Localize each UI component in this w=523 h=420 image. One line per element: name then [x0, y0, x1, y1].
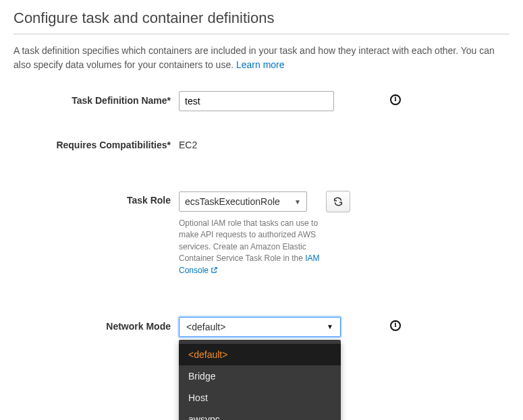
external-link-icon [211, 266, 218, 275]
task-role-helper-text-body: Optional IAM role that tasks can use to … [179, 218, 318, 263]
info-icon[interactable] [390, 94, 401, 105]
network-mode-selected-value: <default> [186, 322, 225, 332]
task-definition-name-label: Task Definition Name* [13, 91, 179, 106]
network-mode-select[interactable]: <default> ▼ [179, 317, 341, 337]
network-mode-option-bridge[interactable]: Bridge [179, 365, 341, 387]
task-role-helper-text: Optional IAM role that tasks can use to … [179, 218, 327, 276]
task-definition-name-input[interactable] [179, 91, 334, 111]
network-mode-dropdown: <default> Bridge Host awsvpc None [179, 340, 341, 420]
task-role-selected-value: ecsTaskExecutionRole [185, 196, 280, 207]
task-role-label: Task Role [13, 191, 179, 206]
refresh-icon [333, 196, 343, 207]
requires-compatibilities-value: EC2 [179, 136, 385, 150]
network-mode-option-default[interactable]: <default> [179, 344, 341, 365]
refresh-button[interactable] [326, 191, 350, 212]
page-title: Configure task and container definitions [13, 9, 510, 27]
network-mode-option-host[interactable]: Host [179, 387, 341, 409]
requires-compatibilities-label: Requires Compatibilities* [13, 136, 179, 150]
page-description: A task definition specifies which contai… [13, 44, 510, 72]
learn-more-link[interactable]: Learn more [236, 59, 285, 70]
task-role-select[interactable]: ecsTaskExecutionRole ▼ [179, 191, 307, 212]
network-mode-label: Network Mode [13, 317, 179, 332]
caret-down-icon: ▼ [294, 198, 301, 206]
title-divider [13, 34, 510, 34]
caret-down-icon: ▼ [327, 323, 333, 330]
network-mode-option-awsvpc[interactable]: awsvpc [179, 409, 341, 420]
info-icon[interactable] [390, 320, 401, 331]
